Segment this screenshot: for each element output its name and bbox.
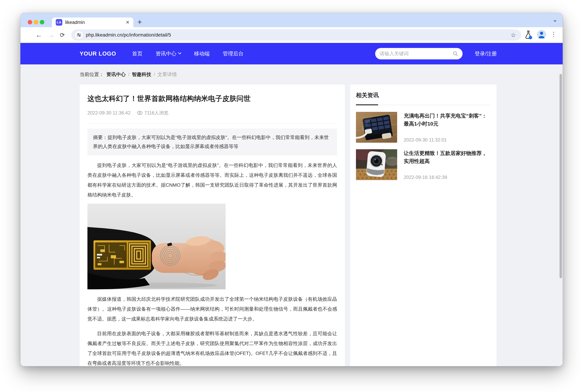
experiments-beaker-icon[interactable] xyxy=(524,30,533,40)
related-item-info: 充满电再出门！共享充电宝“刺客”：最高1小时10元 2022-09-30 11:… xyxy=(404,112,491,143)
breadcrumb-item-current: 文章详情 xyxy=(157,71,177,78)
scrollbar-thumb[interactable] xyxy=(560,74,562,278)
tab-strip: LA likeadmin ✕ + ⌄ xyxy=(20,13,563,27)
nav-links: 首页 资讯中心 移动端 管理后台 xyxy=(132,50,244,57)
related-item-title[interactable]: 让生活更精致！五款居家好物推荐，实用性超高 xyxy=(404,149,491,165)
breadcrumb-item-category[interactable]: 智趣科技 xyxy=(132,71,151,78)
article-image xyxy=(87,204,226,289)
related-thumbnail-powerbank xyxy=(356,112,397,143)
nav-item-information-center[interactable]: 资讯中心 xyxy=(156,50,181,57)
profile-avatar[interactable] xyxy=(537,30,546,39)
electronic-skin-photo xyxy=(87,204,226,289)
browser-tab[interactable]: LA likeadmin ✕ xyxy=(52,18,133,27)
forward-button[interactable]: → xyxy=(48,30,54,40)
article-paragraph: 目前用在皮肤表面的电子设备，大都采用橡胶或者塑料等基材制造而来，其缺点是透水透气… xyxy=(87,329,337,366)
nav-item-information-label: 资讯中心 xyxy=(156,50,176,57)
article-card: 这也太科幻了！世界首款网格结构纳米电子皮肤问世 2022-09-30 11:36… xyxy=(80,84,345,366)
heading-rule-accent xyxy=(356,104,378,105)
related-item-info: 让生活更精致！五款居家好物推荐，实用性超高 2022-09-16 16:42:3… xyxy=(404,149,491,180)
nav-item-mobile[interactable]: 移动端 xyxy=(194,50,210,57)
article-date: 2022-09-30 11:36:42 xyxy=(87,110,130,116)
heading-rule-track xyxy=(378,105,491,105)
desktop: LA likeadmin ✕ + ⌄ ← → ⟳ xyxy=(0,0,581,392)
site-logo[interactable]: YOUR LOGO xyxy=(80,50,116,57)
nav-item-admin-label: 管理后台 xyxy=(223,50,244,57)
back-button[interactable]: ← xyxy=(36,30,42,40)
browser-window: LA likeadmin ✕ + ⌄ ← → ⟳ xyxy=(20,13,563,366)
breadcrumb-separator: / xyxy=(154,72,155,77)
new-tab-button[interactable]: + xyxy=(137,17,142,27)
nav-item-mobile-label: 移动端 xyxy=(194,50,210,57)
related-news-title: 相关资讯 xyxy=(356,92,491,99)
webpage-viewport: YOUR LOGO 首页 资讯中心 移动端 管理后台 登录 xyxy=(20,43,563,366)
breadcrumb-label: 当前位置： xyxy=(80,71,104,78)
views-group: 7116人浏览 xyxy=(137,110,168,116)
url-bar[interactable]: php.likeadmin.cn/pc/information/detail/5… xyxy=(71,30,521,40)
reload-button[interactable]: ⟳ xyxy=(60,30,65,40)
related-item[interactable]: 让生活更精致！五款居家好物推荐，实用性超高 2022-09-16 16:42:3… xyxy=(356,149,491,180)
navbar-container: YOUR LOGO 首页 资讯中心 移动端 管理后台 登录 xyxy=(80,48,497,60)
site-info-icon[interactable] xyxy=(75,31,83,39)
nav-item-admin[interactable]: 管理后台 xyxy=(223,50,244,57)
search-box[interactable] xyxy=(375,48,463,60)
nav-item-home-label: 首页 xyxy=(132,50,142,57)
tab-title: likeadmin xyxy=(65,20,123,25)
related-thumbnail-projector xyxy=(356,149,397,180)
article-summary: 摘要：提到电子皮肤，大家可别以为是“电子游戏里的虚拟皮肤”。在一些科幻电影中，我… xyxy=(87,128,337,156)
search-input[interactable] xyxy=(380,51,453,56)
divider xyxy=(87,123,337,124)
nav-item-home[interactable]: 首页 xyxy=(132,50,142,57)
article-title: 这也太科幻了！世界首款网格结构纳米电子皮肤问世 xyxy=(87,94,337,104)
page-scrollbar[interactable] xyxy=(559,73,562,366)
breadcrumb: 当前位置： 资讯中心 / 智趣科技 / 文章详情 xyxy=(80,64,563,84)
heading-rule xyxy=(356,104,491,105)
menu-kebab-icon[interactable]: ⋮ xyxy=(551,31,557,38)
breadcrumb-item-information[interactable]: 资讯中心 xyxy=(106,71,126,78)
related-news-card: 相关资讯 xyxy=(350,84,497,366)
eye-icon xyxy=(137,111,143,115)
related-item-date: 2022-09-30 11:32:01 xyxy=(404,137,491,143)
tune-icon xyxy=(77,33,81,37)
tab-close-icon[interactable]: ✕ xyxy=(126,20,129,25)
article-paragraph: 提到电子皮肤，大家可别以为是“电子游戏里的虚拟皮肤”。在一些科幻电影中，我们常常… xyxy=(87,160,337,200)
tab-search-chevron-icon[interactable]: ⌄ xyxy=(553,16,558,23)
traffic-minimize-button[interactable] xyxy=(34,20,38,24)
browser-toolbar: ← → ⟳ php.likeadmin.cn/pc/information/de… xyxy=(20,27,563,43)
content-row: 这也太科幻了！世界首款网格结构纳米电子皮肤问世 2022-09-30 11:36… xyxy=(80,84,497,366)
traffic-zoom-button[interactable] xyxy=(40,20,44,24)
url-text: php.likeadmin.cn/pc/information/detail/5 xyxy=(86,32,508,38)
related-item[interactable]: 充满电再出门！共享充电宝“刺客”：最高1小时10元 2022-09-30 11:… xyxy=(356,112,491,143)
related-item-title[interactable]: 充满电再出门！共享充电宝“刺客”：最高1小时10元 xyxy=(404,112,491,128)
article-meta: 2022-09-30 11:36:42 7116人浏览 xyxy=(87,110,337,116)
site-navbar: YOUR LOGO 首页 资讯中心 移动端 管理后台 登录 xyxy=(20,43,563,64)
traffic-close-button[interactable] xyxy=(28,20,32,24)
article-paragraph: 据媒体报道，韩国大邱庆北科学技术院研究团队成功开发出了全球第一个纳米结构电子皮肤… xyxy=(87,294,337,324)
views-count: 7116人浏览 xyxy=(144,110,168,116)
bookmark-star-icon[interactable]: ☆ xyxy=(511,32,517,38)
related-item-date: 2022-09-16 16:42:39 xyxy=(404,175,491,180)
search-icon[interactable] xyxy=(453,51,458,56)
tab-favicon-icon: LA xyxy=(56,19,62,26)
breadcrumb-separator: / xyxy=(128,72,129,77)
chevron-down-icon xyxy=(178,51,181,54)
login-register-link[interactable]: 登录/注册 xyxy=(475,50,497,57)
